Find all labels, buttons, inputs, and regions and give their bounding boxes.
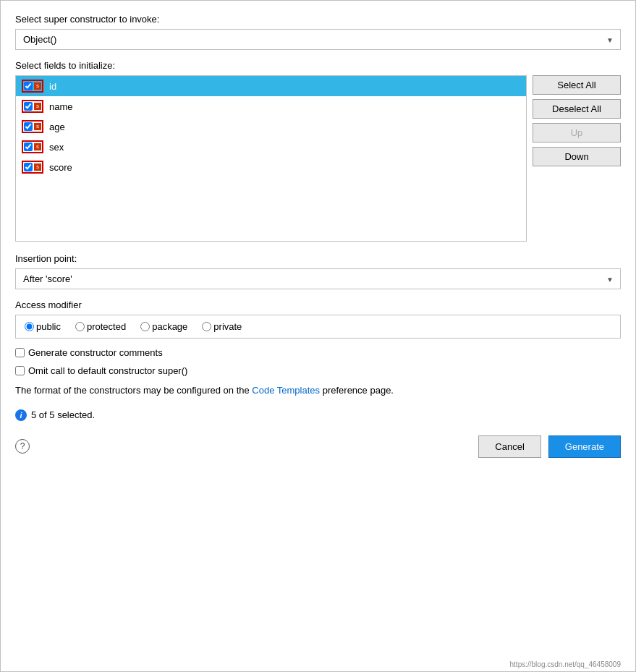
field-item-age[interactable]: s age (16, 116, 526, 137)
checkbox-wrap-age: s (22, 120, 43, 133)
checkbox-score[interactable] (24, 163, 33, 171)
radio-protected[interactable]: protected (75, 321, 126, 332)
field-type-icon-id: s (34, 82, 41, 90)
checkbox-wrap-sex: s (22, 140, 43, 153)
bottom-row: ? Cancel Generate (15, 435, 621, 458)
checkbox-wrap-score: s (22, 161, 43, 174)
radio-package[interactable]: package (140, 321, 187, 332)
fields-buttons: Select All Deselect All Up Down (527, 75, 621, 242)
field-item-name[interactable]: s name (16, 96, 526, 116)
generate-comments-checkbox[interactable] (15, 348, 25, 357)
info-text: The format of the constructors may be co… (15, 383, 621, 398)
radio-package-label: package (152, 321, 187, 332)
watermark: https://blog.csdn.net/qq_46458009 (510, 660, 621, 668)
checkbox-id[interactable] (24, 82, 33, 90)
deselect-all-button[interactable]: Deselect All (533, 99, 621, 119)
code-templates-link[interactable]: Code Templates (252, 385, 320, 396)
status-text: 5 of 5 selected. (31, 409, 95, 420)
status-row: i 5 of 5 selected. (15, 409, 621, 421)
access-section: public protected package private (15, 315, 621, 339)
super-constructor-wrapper: Object() ▼ (15, 29, 621, 50)
checkbox-sex[interactable] (24, 143, 33, 151)
radio-private-label: private (213, 321, 242, 332)
checkbox-wrap-name: s (22, 100, 43, 113)
insertion-point-label: Insertion point: (15, 253, 621, 264)
field-type-icon-score: s (34, 163, 41, 171)
field-item-score[interactable]: s score (16, 157, 526, 177)
omit-super-row: Omit call to default constructor super() (15, 365, 621, 376)
field-item-id[interactable]: s id (16, 76, 526, 96)
checkbox-age[interactable] (24, 122, 33, 131)
fields-list[interactable]: s id s name s age (15, 75, 527, 242)
fields-label: Select fields to initialize: (15, 60, 621, 71)
field-type-icon-age: s (34, 123, 41, 130)
field-label-id: id (49, 81, 56, 92)
up-button[interactable]: Up (533, 123, 621, 143)
dialog: Select super constructor to invoke: Obje… (0, 0, 636, 672)
help-button[interactable]: ? (15, 439, 30, 454)
omit-super-label: Omit call to default constructor super() (28, 365, 187, 376)
omit-super-checkbox[interactable] (15, 366, 25, 375)
radio-protected-label: protected (87, 321, 126, 332)
field-type-icon-sex: s (34, 143, 41, 150)
field-label-name: name (49, 101, 73, 112)
generate-comments-label: Generate constructor comments (28, 347, 163, 358)
insertion-dropdown[interactable]: After 'score' (15, 268, 621, 289)
radio-protected-input[interactable] (75, 322, 85, 331)
checkbox-wrap-id: s (22, 80, 43, 93)
field-label-age: age (49, 122, 65, 132)
bottom-buttons: Cancel Generate (478, 435, 621, 458)
field-label-score: score (49, 162, 72, 173)
radio-public-input[interactable] (25, 322, 34, 331)
down-button[interactable]: Down (533, 147, 621, 166)
info-before: The format of the constructors may be co… (15, 385, 252, 396)
generate-button[interactable]: Generate (548, 435, 621, 458)
radio-package-input[interactable] (140, 322, 150, 331)
field-type-icon-name: s (34, 103, 41, 110)
radio-group: public protected package private (25, 321, 611, 332)
select-all-button[interactable]: Select All (533, 75, 621, 95)
info-after: preference page. (320, 385, 394, 396)
fields-section: s id s name s age (15, 75, 621, 242)
checkbox-name[interactable] (24, 102, 33, 111)
radio-public[interactable]: public (25, 321, 61, 332)
super-constructor-dropdown[interactable]: Object() (15, 29, 621, 50)
field-label-sex: sex (49, 142, 64, 153)
field-item-sex[interactable]: s sex (16, 137, 526, 157)
cancel-button[interactable]: Cancel (478, 435, 540, 458)
status-info-icon: i (15, 409, 27, 421)
radio-private-input[interactable] (202, 322, 211, 331)
radio-private[interactable]: private (202, 321, 242, 332)
super-constructor-label: Select super constructor to invoke: (15, 14, 621, 25)
insertion-wrapper: After 'score' ▼ (15, 268, 621, 289)
generate-comments-row: Generate constructor comments (15, 347, 621, 358)
access-modifier-label: Access modifier (15, 299, 621, 310)
radio-public-label: public (36, 321, 61, 332)
